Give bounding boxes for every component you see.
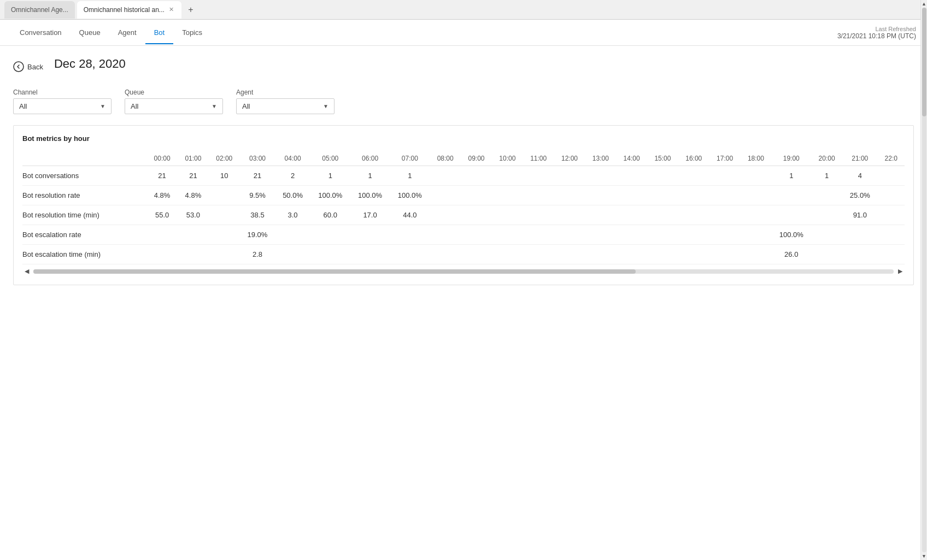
- svg-point-0: [14, 62, 24, 72]
- cell-4-2: [209, 245, 240, 264]
- scroll-track-vertical[interactable]: [922, 8, 926, 552]
- cell-1-22: [878, 186, 905, 205]
- cell-4-16: [678, 245, 709, 264]
- hour-header-9: 09:00: [461, 151, 492, 166]
- cell-3-3: 19.0%: [240, 225, 275, 245]
- cell-2-20: [811, 205, 842, 225]
- cell-0-3: 21: [240, 166, 275, 186]
- hour-header-1: 01:00: [178, 151, 209, 166]
- cell-4-6: [350, 245, 390, 264]
- nav-tab-agent[interactable]: Agent: [109, 21, 145, 44]
- nav-tab-topics[interactable]: Topics: [173, 21, 211, 44]
- horizontal-scrollbar[interactable]: ◀ ▶: [22, 267, 905, 276]
- cell-2-16: [678, 205, 709, 225]
- cell-2-13: [585, 205, 616, 225]
- cell-0-19: 1: [771, 166, 811, 186]
- cell-2-19: [771, 205, 811, 225]
- scroll-up-icon[interactable]: ▲: [922, 1, 926, 7]
- cell-1-7: 100.0%: [390, 186, 430, 205]
- cell-1-9: [461, 186, 492, 205]
- cell-0-8: [430, 166, 461, 186]
- cell-4-0: [146, 245, 178, 264]
- cell-1-20: [811, 186, 842, 205]
- cell-0-10: [492, 166, 523, 186]
- new-tab-button[interactable]: +: [184, 3, 198, 17]
- back-icon: [13, 61, 24, 72]
- scroll-right-arrow[interactable]: ▶: [896, 267, 905, 276]
- channel-filter-select[interactable]: All ▼: [13, 98, 112, 114]
- cell-2-9: [461, 205, 492, 225]
- cell-0-4: 2: [275, 166, 310, 186]
- hour-header-2: 02:00: [209, 151, 240, 166]
- cell-1-17: [709, 186, 741, 205]
- cell-1-5: 100.0%: [310, 186, 350, 205]
- cell-2-15: [647, 205, 678, 225]
- metrics-table: 00:0001:0002:0003:0004:0005:0006:0007:00…: [22, 151, 905, 264]
- table-row: Bot resolution rate4.8%4.8%9.5%50.0%100.…: [22, 186, 905, 205]
- right-scrollbar[interactable]: ▲ ▼: [920, 0, 927, 560]
- cell-3-22: [878, 225, 905, 245]
- cell-0-21: 4: [842, 166, 878, 186]
- tab-inactive[interactable]: Omnichannel Age...: [4, 1, 75, 19]
- chevron-down-icon-2: ▼: [212, 103, 217, 109]
- cell-1-18: [741, 186, 772, 205]
- agent-filter-select[interactable]: All ▼: [236, 98, 335, 114]
- cell-3-0: [146, 225, 178, 245]
- cell-3-19: 100.0%: [771, 225, 811, 245]
- cell-0-11: [523, 166, 554, 186]
- cell-0-12: [554, 166, 585, 186]
- scroll-track[interactable]: [33, 269, 894, 274]
- cell-1-2: [209, 186, 240, 205]
- cell-4-17: [709, 245, 741, 264]
- hour-header-22: 22:0: [878, 151, 905, 166]
- hour-header-21: 21:00: [842, 151, 878, 166]
- close-tab-icon[interactable]: ✕: [168, 6, 175, 13]
- queue-filter-select[interactable]: All ▼: [125, 98, 223, 114]
- nav-tab-conversation[interactable]: Conversation: [11, 21, 71, 44]
- cell-2-8: [430, 205, 461, 225]
- nav-tab-bot[interactable]: Bot: [145, 21, 174, 44]
- row-label-4: Bot escalation time (min): [22, 245, 146, 264]
- cell-3-9: [461, 225, 492, 245]
- cell-3-12: [554, 225, 585, 245]
- cell-3-14: [616, 225, 647, 245]
- back-button[interactable]: Back: [13, 61, 43, 72]
- cell-3-16: [678, 225, 709, 245]
- cell-1-21: 25.0%: [842, 186, 878, 205]
- cell-0-20: 1: [811, 166, 842, 186]
- scroll-down-icon[interactable]: ▼: [922, 553, 926, 559]
- table-row: Bot conversations212110212111114: [22, 166, 905, 186]
- channel-filter-value: All: [19, 102, 27, 110]
- cell-1-13: [585, 186, 616, 205]
- last-refreshed: Last Refreshed 3/21/2021 10:18 PM (UTC): [837, 26, 916, 40]
- hour-header-18: 18:00: [741, 151, 772, 166]
- channel-filter-group: Channel All ▼: [13, 89, 112, 114]
- cell-3-1: [178, 225, 209, 245]
- back-label: Back: [27, 63, 43, 71]
- scroll-left-arrow[interactable]: ◀: [22, 267, 31, 276]
- cell-1-1: 4.8%: [178, 186, 209, 205]
- hour-header-17: 17:00: [709, 151, 741, 166]
- nav-tab-queue[interactable]: Queue: [71, 21, 109, 44]
- table-header-row: 00:0001:0002:0003:0004:0005:0006:0007:00…: [22, 151, 905, 166]
- table-wrapper[interactable]: 00:0001:0002:0003:0004:0005:0006:0007:00…: [22, 151, 905, 264]
- cell-2-17: [709, 205, 741, 225]
- tab-active[interactable]: Omnichannel historical an... ✕: [77, 1, 181, 19]
- cell-4-14: [616, 245, 647, 264]
- queue-filter-value: All: [131, 102, 138, 110]
- nav-tabs: Conversation Queue Agent Bot Topics: [11, 21, 837, 44]
- row-label-2: Bot resolution time (min): [22, 205, 146, 225]
- page-wrapper: Conversation Queue Agent Bot Topics Last…: [0, 20, 927, 560]
- cell-2-5: 60.0: [310, 205, 350, 225]
- row-label-0: Bot conversations: [22, 166, 146, 186]
- scroll-thumb: [33, 269, 636, 274]
- cell-0-0: 21: [146, 166, 178, 186]
- last-refreshed-label: Last Refreshed: [837, 26, 916, 32]
- cell-2-12: [554, 205, 585, 225]
- cell-2-21: 91.0: [842, 205, 878, 225]
- tab-label-1: Omnichannel Age...: [11, 6, 68, 14]
- hour-header-10: 10:00: [492, 151, 523, 166]
- cell-2-11: [523, 205, 554, 225]
- cell-0-15: [647, 166, 678, 186]
- cell-1-0: 4.8%: [146, 186, 178, 205]
